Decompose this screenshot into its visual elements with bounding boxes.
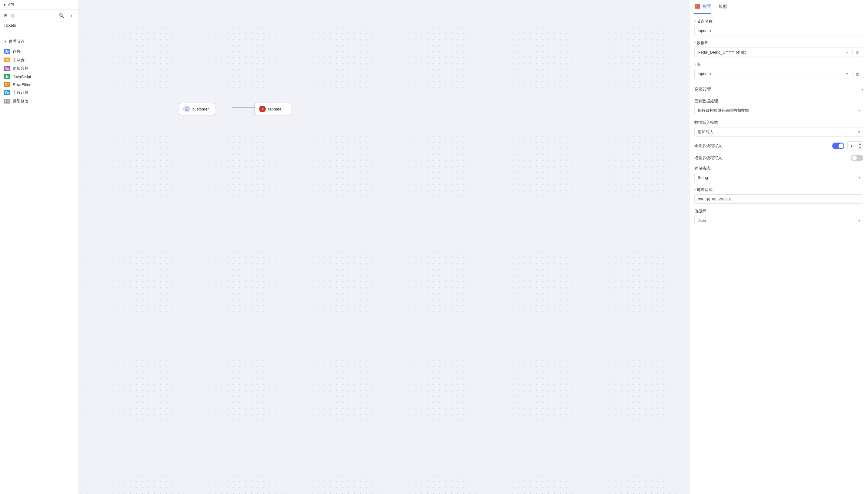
tab-model-label: 模型 [719,4,727,10]
processing-item-union[interactable]: Un 追加合并 [4,64,75,73]
storage-format-select-wrap: String ▾ [694,173,863,182]
form-group-node-name: * 节点名称 [694,19,863,35]
full-thread-row: 全量多线程写入 8 ▲ ▼ [694,141,863,150]
storage-format-select[interactable]: String [694,173,863,182]
existing-data-select[interactable]: 保持目标端原有表结构和数据 [694,106,863,115]
stepper-down-button[interactable]: ▼ [857,146,863,150]
required-mark-table: * [694,62,696,67]
join-label: 连接 [13,49,21,54]
table-label: * 表 [694,62,863,67]
node-name-input[interactable] [694,26,863,35]
stepper-up-button[interactable]: ▲ [857,142,863,146]
tab-model[interactable]: 模型 [719,0,727,14]
processing-section: ▼ 处理节点 Jo 连接 Ts 主从合并 Un 追加合并 Js JavaScri… [0,36,78,494]
table-select[interactable]: tapdata [695,69,844,78]
form-group-key-expr: * 键表达式 [694,187,863,204]
key-expr-input[interactable] [694,194,863,204]
full-thread-slider [832,142,844,149]
inc-thread-slider [851,155,863,162]
processing-item-rf[interactable]: Rf Row Filter [4,80,75,89]
value-display-select-wrap: Json ▾ [694,216,863,225]
tables-header: 表 1 🔍 ＋ [4,12,75,19]
join-badge: Jo [4,49,10,54]
stepper-buttons: ▲ ▼ [857,142,863,150]
db-delete-icon[interactable]: 🗑 [852,50,863,55]
sidebar-api-header[interactable]: ▶ API [0,0,78,10]
table-select-arrow-icon: ▾ [846,72,850,76]
inc-thread-row: 增量多线程写入 [694,155,863,162]
full-thread-stepper: 8 ▲ ▼ [847,141,863,150]
tm-label: 类型修改 [13,98,29,104]
tm-badge: Tm [4,99,10,103]
tables-actions: 🔍 ＋ [58,12,75,19]
search-button[interactable]: 🔍 [58,12,65,19]
api-label: API [8,2,14,7]
config-tab-icon: 🧱 [694,4,700,10]
table-select-wrap: tapdata ▾ 🗑 [694,69,863,78]
form-group-write-mode: 数据写入模式 追加写入 ▾ [694,120,863,136]
js-badge: Js [4,74,10,79]
required-mark: * [694,19,696,24]
target-node-icon [259,106,266,112]
processing-item-join[interactable]: Jo 连接 [4,47,75,56]
fc-label: 字段计算 [13,90,29,95]
processing-header[interactable]: ▼ 处理节点 [4,39,75,44]
full-thread-value: 8 [848,143,857,149]
canvas-area: customer tapdata [79,0,689,494]
table-item-tickets[interactable]: Tickets [4,22,75,29]
value-display-label: 值显示 [694,209,863,214]
svg-point-1 [185,108,188,109]
api-arrow-icon: ▶ [4,3,6,7]
storage-format-label: 存储格式 [694,166,863,171]
advanced-settings-header[interactable]: 高级设置 ▾ [694,83,863,96]
value-display-select[interactable]: Json [694,216,863,225]
js-label: JavaScript [13,74,31,79]
advanced-settings-arrow-icon: ▾ [861,88,863,92]
rf-badge: Rf [4,82,10,87]
union-label: 追加合并 [13,66,29,71]
form-group-storage-format: 存储格式 String ▾ [694,166,863,182]
processing-item-fc[interactable]: Fc 字段计算 [4,89,75,97]
inc-thread-controls [851,155,863,162]
full-thread-controls: 8 ▲ ▼ [832,141,863,150]
tables-label: 表 [4,13,7,18]
write-mode-select[interactable]: 追加写入 [694,127,863,136]
ts-label: 主从合并 [13,57,29,63]
form-group-value-display: 值显示 Json ▾ [694,209,863,225]
sidebar-tables: 表 1 🔍 ＋ Tickets [0,10,78,31]
sidebar: ▶ API 表 1 🔍 ＋ Tickets ▼ 处理节点 Jo 连接 [0,0,79,494]
inc-thread-toggle[interactable] [851,155,863,162]
required-mark-db: * [694,41,696,45]
db-label: * 数据库 [694,40,863,46]
key-expr-label: * 键表达式 [694,187,863,192]
existing-data-label: 已有数据处理 [694,98,863,104]
db-select-arrow-icon: ▾ [846,50,850,55]
source-node-label: customer [193,107,209,111]
connector-svg [79,0,689,494]
required-mark-key: * [694,188,696,192]
form-group-table: * 表 tapdata ▾ 🗑 [694,62,863,78]
panel-tabs: 🧱 配置 模型 [689,0,868,14]
node-name-label: * 节点名称 [694,19,863,24]
source-node-icon [183,106,190,112]
source-node[interactable]: customer [179,103,215,115]
fc-badge: Fc [4,90,10,95]
processing-label: 处理节点 [9,39,24,44]
form-group-db: * 数据库 Redis_Demo_C****** (有效) ▾ 🗑 [694,40,863,57]
add-table-button[interactable]: ＋ [68,12,75,19]
processing-item-tm[interactable]: Tm 类型修改 [4,97,75,105]
tables-label-group: 表 1 [4,13,16,18]
ts-badge: Ts [4,58,10,62]
existing-data-select-wrap: 保持目标端原有表结构和数据 ▾ [694,106,863,115]
tab-config[interactable]: 🧱 配置 [694,0,711,14]
processing-item-ts[interactable]: Ts 主从合并 [4,56,75,64]
processing-item-js[interactable]: Js JavaScript [4,73,75,80]
db-select[interactable]: Redis_Demo_C****** (有效) [695,48,844,57]
form-group-existing-data: 已有数据处理 保持目标端原有表结构和数据 ▾ [694,98,863,115]
full-thread-toggle[interactable] [832,142,844,149]
table-delete-icon[interactable]: 🗑 [852,72,863,76]
target-node[interactable]: tapdata [255,103,291,115]
panel-body: * 节点名称 * 数据库 Redis_Demo_C****** (有效) ▾ 🗑… [689,14,868,494]
advanced-settings-title: 高级设置 [694,87,711,92]
rf-label: Row Filter [13,82,31,87]
